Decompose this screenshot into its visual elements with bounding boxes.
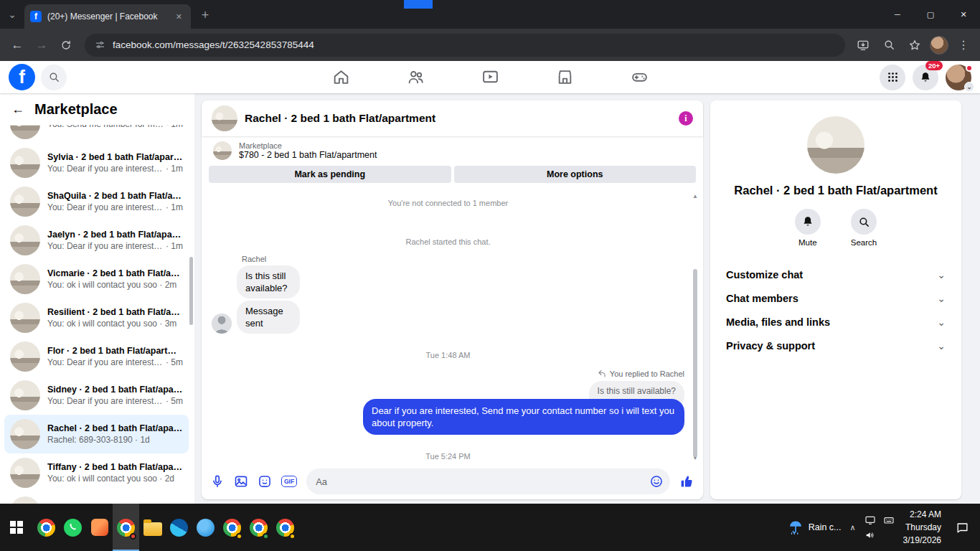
like-button[interactable] — [679, 474, 694, 489]
gif-button[interactable]: GIF — [281, 476, 297, 487]
conversation-item[interactable]: Sidney · 2 bed 1 bath Flat/apart...You: … — [4, 376, 189, 415]
message-timestamp: Tue 1:48 AM — [426, 351, 471, 359]
back-arrow-icon[interactable]: ← — [11, 102, 24, 117]
forward-button[interactable]: → — [30, 34, 53, 57]
message-input[interactable] — [306, 468, 670, 494]
mute-button[interactable]: Mute — [795, 209, 821, 247]
search-icon — [883, 39, 895, 51]
conversation-avatar — [10, 264, 40, 294]
conversation-item[interactable]: Tiffany · 2 bed 1 bath Flat/apart...You:… — [4, 453, 189, 492]
browser-toolbar: ← → facebook.com/messages/t/263254285378… — [0, 29, 980, 61]
chat-scrollbar[interactable]: ▲ ▼ — [690, 193, 700, 462]
taskbar-active-browser[interactable] — [113, 504, 139, 551]
weather-widget[interactable]: Rain c... — [788, 519, 842, 535]
conversation-item[interactable]: Sylvia · 2 bed 1 bath Flat/apart...You: … — [4, 143, 189, 182]
conversation-item[interactable]: Flor · 2 bed 1 bath Flat/apartmentYou: D… — [4, 337, 189, 376]
attach-image-button[interactable] — [234, 474, 248, 489]
search-in-conversation-button[interactable]: Search — [851, 209, 877, 247]
conversation-timestamp: · 2m — [157, 280, 176, 290]
chevron-down-icon: ⌄ — [937, 269, 946, 281]
taskbar-whatsapp[interactable] — [60, 504, 86, 551]
details-section[interactable]: Privacy & support⌄ — [715, 334, 957, 357]
nav-watch-tab[interactable] — [481, 61, 499, 93]
sidebar-scrollbar[interactable] — [189, 257, 193, 325]
tab-close-icon[interactable]: ✕ — [173, 11, 185, 23]
url-bar[interactable]: facebook.com/messages/t/2632542853785444 — [85, 34, 845, 57]
taskbar-chrome[interactable] — [33, 504, 60, 551]
taskbar-file-explorer[interactable] — [139, 504, 166, 551]
nav-marketplace-tab[interactable] — [555, 61, 574, 93]
conversation-item[interactable]: ShaQuila · 2 bed 1 bath Flat/apa...You: … — [4, 182, 189, 221]
umbrella-rain-icon — [788, 519, 804, 535]
start-button[interactable] — [0, 504, 33, 551]
scroll-up-icon[interactable]: ▲ — [692, 193, 698, 200]
emoji-icon — [649, 474, 664, 489]
details-avatar[interactable] — [807, 116, 864, 174]
taskbar-chrome-profile-1[interactable] — [219, 504, 245, 551]
reload-button[interactable] — [55, 34, 77, 57]
action-center-button[interactable] — [950, 521, 974, 534]
taskbar-edge[interactable] — [166, 504, 192, 551]
search-tabs-button[interactable] — [878, 34, 900, 56]
new-tab-button[interactable]: + — [195, 5, 215, 25]
chat-avatar[interactable] — [212, 105, 237, 131]
conversation-item[interactable]: Laurie · 2 bed 1 bath Flat/apart... — [4, 492, 189, 504]
star-icon — [908, 39, 921, 52]
outgoing-message[interactable]: Dear if you are interested, Send me your… — [363, 399, 684, 435]
taskbar-app-orange[interactable] — [86, 504, 113, 551]
maximize-button[interactable]: ▢ — [914, 0, 947, 29]
browser-tab[interactable]: f (20+) Messenger | Facebook ✕ — [24, 4, 191, 29]
facebook-search-button[interactable] — [41, 65, 67, 90]
browser-profile-avatar[interactable] — [930, 36, 948, 55]
chat-scrollbar-thumb[interactable] — [693, 269, 697, 457]
nav-friends-tab[interactable] — [406, 61, 425, 93]
watch-icon — [481, 68, 499, 86]
conversation-details-panel: Rachel · 2 bed 1 bath Flat/apartment Mut… — [710, 100, 961, 499]
more-options-button[interactable]: More options — [454, 166, 697, 183]
hidden-icons-chevron[interactable]: ∧ — [850, 523, 856, 532]
sidebar-title: Marketplace — [34, 101, 118, 118]
details-section[interactable]: Chat members⌄ — [715, 286, 957, 310]
cast-screen-icon[interactable] — [864, 514, 876, 526]
facebook-logo[interactable]: f — [9, 64, 35, 90]
voice-clip-button[interactable] — [210, 474, 225, 489]
conversation-preview: You: Send me number for more in... — [47, 125, 164, 129]
taskbar-clock[interactable]: 2:24 AM Thursday 3/19/2026 — [903, 508, 941, 547]
touch-keyboard-icon[interactable] — [883, 514, 895, 526]
weather-label: Rain c... — [809, 522, 842, 532]
close-button[interactable]: ✕ — [947, 0, 980, 29]
gaming-icon — [631, 68, 649, 86]
notification-panel-icon — [956, 521, 969, 534]
conversation-item[interactable]: You: Send me number for more in... · 1m — [4, 125, 189, 143]
windows-logo-icon — [10, 521, 23, 534]
mark-as-pending-button[interactable]: Mark as pending — [209, 166, 451, 183]
taskbar-chrome-profile-3[interactable] — [272, 504, 298, 551]
conversation-info-button[interactable]: i — [679, 111, 693, 126]
taskbar-app-blue[interactable] — [192, 504, 219, 551]
nav-gaming-tab[interactable] — [630, 61, 649, 93]
taskbar-chrome-profile-2[interactable] — [245, 504, 272, 551]
incoming-message[interactable]: Message sent — [237, 301, 300, 334]
back-button[interactable]: ← — [6, 34, 29, 57]
notifications-button[interactable]: 20+ — [913, 65, 938, 90]
minimize-button[interactable]: ─ — [881, 0, 914, 29]
conversation-item[interactable]: Rachel · 2 bed 1 bath Flat/apart...Rache… — [4, 415, 189, 453]
profile-avatar[interactable]: ⌄ — [946, 65, 971, 90]
speaker-icon[interactable] — [864, 529, 876, 541]
nav-home-tab[interactable] — [331, 61, 350, 93]
conversation-item[interactable]: Vicmarie · 2 bed 1 bath Flat/apa...You: … — [4, 260, 189, 298]
apps-menu-button[interactable] — [880, 65, 905, 90]
details-section[interactable]: Customize chat⌄ — [715, 263, 957, 286]
details-section[interactable]: Media, files and links⌄ — [715, 310, 957, 334]
conversation-item[interactable]: Resilient · 2 bed 1 bath Flat/apa...You:… — [4, 298, 189, 337]
incoming-message[interactable]: Is this still available? — [237, 265, 300, 298]
site-info-icon[interactable] — [95, 39, 105, 50]
bookmark-button[interactable] — [904, 34, 925, 56]
browser-menu-button[interactable]: ⋮ — [953, 34, 974, 56]
tab-search-button[interactable]: ⌄ — [0, 2, 24, 27]
emoji-button[interactable] — [649, 474, 664, 489]
conversation-item[interactable]: Jaelyn · 2 bed 1 bath Flat/apart...You: … — [4, 221, 189, 260]
sticker-button[interactable] — [258, 474, 272, 489]
install-app-button[interactable] — [852, 34, 874, 56]
chat-title[interactable]: Rachel · 2 bed 1 bath Flat/apartment — [245, 112, 435, 125]
